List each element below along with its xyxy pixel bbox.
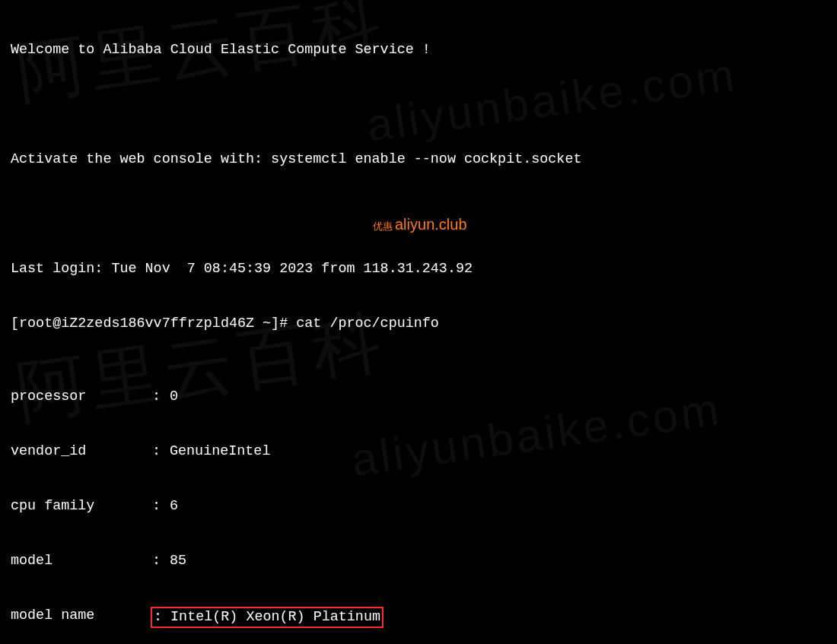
last-login-line: Last login: Tue Nov 7 08:45:39 2023 from… <box>11 260 831 278</box>
prompt-line: [root@iZ2zeds186vv7ffrzpld46Z ~]# cat /p… <box>11 315 831 333</box>
row-model: model: 85 <box>11 552 831 570</box>
row-vendor-id: vendor_id: GenuineIntel <box>11 443 831 461</box>
key-vendor-id: vendor_id <box>11 443 152 461</box>
blank-line <box>11 205 831 224</box>
val-model-name: Intel(R) Xeon(R) Platinum <box>170 609 380 625</box>
val-processor: 0 <box>170 388 831 406</box>
key-model-name: model name <box>11 607 152 628</box>
welcome-line: Welcome to Alibaba Cloud Elastic Compute… <box>11 41 831 59</box>
shell-prompt: [root@iZ2zeds186vv7ffrzpld46Z ~]# <box>11 316 296 332</box>
blank-line <box>11 96 831 114</box>
highlight-model-name: : Intel(R) Xeon(R) Platinum <box>151 607 383 628</box>
val-cpu-family: 6 <box>170 497 831 516</box>
activate-line: Activate the web console with: systemctl… <box>11 151 831 169</box>
key-cpu-family: cpu family <box>11 497 152 516</box>
key-processor: processor <box>11 388 152 406</box>
row-processor: processor: 0 <box>11 388 831 406</box>
key-model: model <box>11 552 152 570</box>
row-cpu-family: cpu family: 6 <box>11 497 831 516</box>
terminal-output[interactable]: Welcome to Alibaba Cloud Elastic Compute… <box>0 0 837 644</box>
command-text: cat /proc/cpuinfo <box>296 316 439 332</box>
val-vendor-id: GenuineIntel <box>170 443 831 461</box>
row-model-name: model name: Intel(R) Xeon(R) Platinum <box>11 607 831 628</box>
val-model: 85 <box>170 552 831 570</box>
